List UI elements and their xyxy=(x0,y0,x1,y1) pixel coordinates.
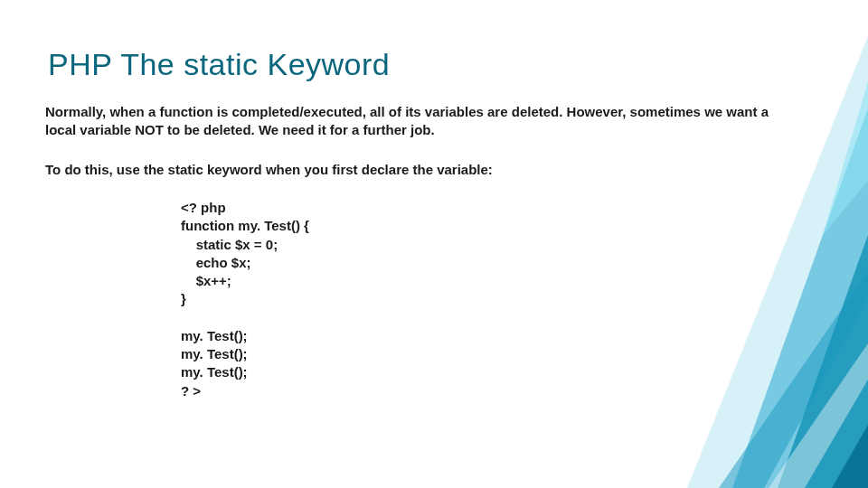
code-block: <? php function my. Test() { static $x =… xyxy=(181,199,309,400)
paragraph-intro: Normally, when a function is completed/e… xyxy=(45,103,796,138)
svg-marker-6 xyxy=(719,271,868,488)
paragraph-instruction: To do this, use the static keyword when … xyxy=(45,161,796,179)
slide: PHP The static Keyword Normally, when a … xyxy=(0,0,868,488)
svg-marker-4 xyxy=(769,343,868,488)
decorative-triangles-icon xyxy=(633,0,868,488)
slide-title: PHP The static Keyword xyxy=(48,47,390,82)
svg-marker-5 xyxy=(832,425,868,488)
svg-marker-3 xyxy=(823,81,868,235)
svg-marker-2 xyxy=(778,235,868,488)
